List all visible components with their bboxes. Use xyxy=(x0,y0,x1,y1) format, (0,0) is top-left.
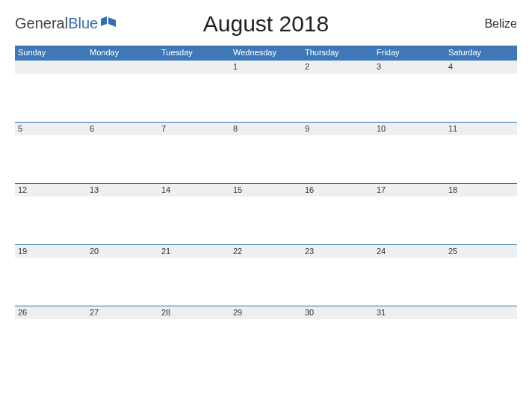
date-cell: 29 xyxy=(230,306,302,319)
date-cell: 13 xyxy=(87,183,158,197)
day-body xyxy=(374,135,445,183)
day-body xyxy=(87,74,158,122)
day-body xyxy=(374,197,445,244)
date-cell: 20 xyxy=(87,244,158,258)
weekday-header: Saturday xyxy=(445,46,517,61)
calendar-title: August 2018 xyxy=(203,11,329,37)
weekday-header: Sunday xyxy=(15,46,87,61)
date-cell: 8 xyxy=(230,122,302,135)
date-cell: 26 xyxy=(15,306,87,319)
date-cell: 4 xyxy=(445,61,517,74)
day-body xyxy=(87,135,158,183)
day-body xyxy=(15,135,87,183)
date-cell: 24 xyxy=(374,244,445,258)
date-cell: 21 xyxy=(158,244,230,258)
weekday-header: Wednesday xyxy=(230,46,302,61)
day-body xyxy=(15,74,87,122)
date-cell: 23 xyxy=(302,244,374,258)
day-body xyxy=(445,74,517,122)
day-body xyxy=(230,258,302,306)
weekday-header: Monday xyxy=(87,46,158,61)
brand-logo: GeneralBlue xyxy=(15,15,117,32)
day-body xyxy=(445,319,517,362)
logo-flag-icon xyxy=(101,15,117,32)
date-cell: 31 xyxy=(374,306,445,319)
brand-part2: Blue xyxy=(68,15,98,32)
day-body xyxy=(158,74,230,122)
day-body xyxy=(445,197,517,244)
date-cell xyxy=(445,306,517,319)
date-cell: 14 xyxy=(158,183,230,197)
calendar-grid: 1 2 3 4 5 6 7 8 9 10 11 12 13 14 15 16 1… xyxy=(15,61,517,362)
date-cell: 27 xyxy=(87,306,158,319)
day-body xyxy=(374,258,445,306)
date-cell: 10 xyxy=(374,122,445,135)
day-body xyxy=(302,319,374,362)
date-cell: 22 xyxy=(230,244,302,258)
date-cell: 17 xyxy=(374,183,445,197)
brand-part1: General xyxy=(15,15,68,32)
date-cell: 1 xyxy=(230,61,302,74)
date-cell: 9 xyxy=(302,122,374,135)
day-body xyxy=(87,197,158,244)
date-cell: 6 xyxy=(87,122,158,135)
date-cell: 2 xyxy=(302,61,374,74)
date-cell: 30 xyxy=(302,306,374,319)
day-body xyxy=(302,74,374,122)
day-body xyxy=(445,135,517,183)
region-label: Belize xyxy=(484,17,517,31)
date-cell xyxy=(158,61,230,74)
day-body xyxy=(445,258,517,306)
weekday-header: Thursday xyxy=(302,46,374,61)
day-body xyxy=(158,135,230,183)
date-cell: 15 xyxy=(230,183,302,197)
day-body xyxy=(158,197,230,244)
calendar-header: GeneralBlue August 2018 Belize xyxy=(15,15,517,32)
weekday-header: Friday xyxy=(374,46,445,61)
weekday-header-row: Sunday Monday Tuesday Wednesday Thursday… xyxy=(15,46,517,61)
day-body xyxy=(15,258,87,306)
date-cell: 19 xyxy=(15,244,87,258)
date-cell: 11 xyxy=(445,122,517,135)
day-body xyxy=(230,74,302,122)
day-body xyxy=(87,258,158,306)
day-body xyxy=(302,135,374,183)
date-cell xyxy=(87,61,158,74)
date-cell: 5 xyxy=(15,122,87,135)
day-body xyxy=(302,258,374,306)
date-cell xyxy=(15,61,87,74)
day-body xyxy=(158,319,230,362)
date-cell: 16 xyxy=(302,183,374,197)
weekday-header: Tuesday xyxy=(158,46,230,61)
date-cell: 12 xyxy=(15,183,87,197)
date-cell: 25 xyxy=(445,244,517,258)
day-body xyxy=(230,135,302,183)
date-cell: 3 xyxy=(374,61,445,74)
day-body xyxy=(374,319,445,362)
day-body xyxy=(302,197,374,244)
day-body xyxy=(15,319,87,362)
day-body xyxy=(230,319,302,362)
date-cell: 18 xyxy=(445,183,517,197)
day-body xyxy=(87,319,158,362)
date-cell: 28 xyxy=(158,306,230,319)
day-body xyxy=(15,197,87,244)
date-cell: 7 xyxy=(158,122,230,135)
day-body xyxy=(374,74,445,122)
day-body xyxy=(158,258,230,306)
day-body xyxy=(230,197,302,244)
